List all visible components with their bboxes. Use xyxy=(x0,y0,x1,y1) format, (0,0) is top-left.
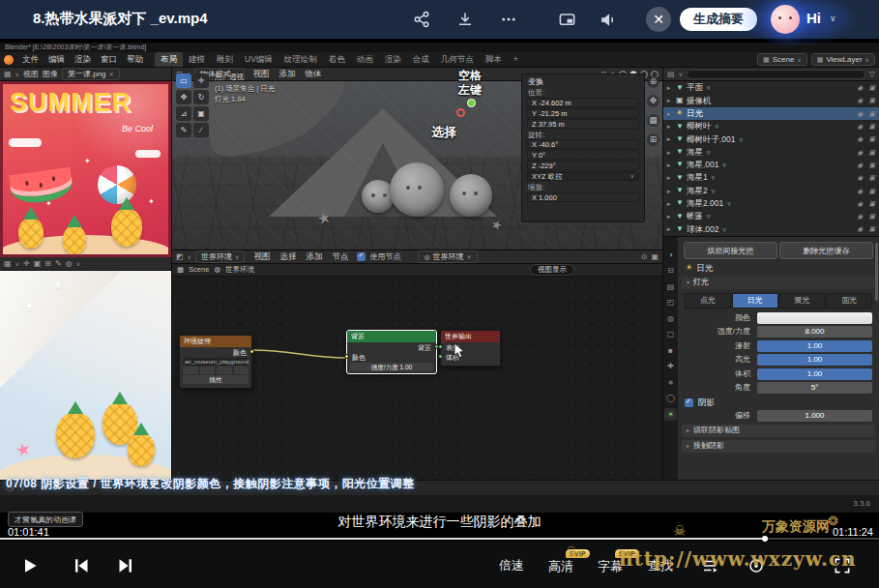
scene-selector[interactable]: ▦Scene∨ xyxy=(757,53,807,66)
outliner-row[interactable]: ▸ 球体.002 ◉▣ xyxy=(663,222,879,235)
workspace-tab[interactable]: 纹理绘制 xyxy=(278,52,323,67)
menu-item[interactable]: 节点 xyxy=(327,250,353,263)
pin-icon[interactable]: ⊙ xyxy=(641,253,648,261)
unlink-icon[interactable]: ✕ xyxy=(466,254,471,260)
properties-tab[interactable]: ◑ xyxy=(664,249,677,261)
editor-type-icon[interactable]: ▦ xyxy=(4,71,12,78)
properties-tab[interactable]: ◍ xyxy=(664,312,677,325)
rotation-mode-dropdown[interactable]: XYZ 欧拉∨ xyxy=(527,171,639,181)
chevron-down-icon[interactable]: ∨ xyxy=(830,14,836,23)
visibility-toggles[interactable]: ◉▣ xyxy=(857,97,875,103)
visibility-toggles[interactable]: ◉▣ xyxy=(857,188,875,194)
menu-item[interactable]: 渲染 xyxy=(70,53,96,66)
angle-field[interactable]: 5° xyxy=(757,382,872,394)
socket-surface-in[interactable] xyxy=(438,344,443,349)
outliner-row[interactable]: ▸ 椰树叶子.001 ◉▣ xyxy=(663,132,879,145)
strength-field[interactable]: 强度/力度 1.00 xyxy=(350,363,433,371)
play-button[interactable] xyxy=(17,553,43,578)
interpolation-dropdown[interactable]: 线性 xyxy=(183,375,249,384)
menu-item[interactable]: 文件 xyxy=(17,53,44,66)
workspace-tab[interactable]: 布局 xyxy=(155,52,183,67)
expand-arrow-icon[interactable]: ▸ xyxy=(667,174,676,181)
workspace-tab[interactable]: 雕刻 xyxy=(211,52,239,67)
environment-texture-node[interactable]: 环境纹理 颜色 air_museum_playground_1k.hdr 线性 xyxy=(179,335,252,389)
rotation-field[interactable]: X -40.6° xyxy=(527,139,639,149)
image-filename[interactable]: air_museum_playground_1k.hdr xyxy=(183,358,249,366)
visibility-toggles[interactable]: ◉▣ xyxy=(857,225,875,232)
contact-shadow-section[interactable]: ▸ 接触阴影 xyxy=(682,440,875,453)
expand-arrow-icon[interactable]: ▸ xyxy=(667,225,676,232)
shadow-checkbox[interactable] xyxy=(685,398,693,407)
tool-button[interactable]: ↻ xyxy=(193,90,209,104)
video-area[interactable]: Blender* [E:\2B\2003课时\第一课\第一课.blend] 文件… xyxy=(0,39,879,542)
menu-item[interactable]: 物体 xyxy=(301,68,327,80)
subtitles-button[interactable]: 字幕 SVIP xyxy=(598,557,623,575)
outliner-search-input[interactable] xyxy=(687,70,865,79)
object-name[interactable]: 日光 xyxy=(687,109,703,118)
speed-button[interactable]: 倍速 xyxy=(499,557,524,574)
object-name[interactable]: 海星2.001 xyxy=(687,199,723,208)
world-output-node[interactable]: 世界输出 表面 体积 xyxy=(440,330,501,367)
workspace-tab[interactable]: 着色 xyxy=(323,52,351,67)
expand-arrow-icon[interactable]: ▸ xyxy=(667,110,676,117)
visibility-toggles[interactable]: ◉▣ xyxy=(857,200,875,207)
visibility-toggles[interactable]: ◉▣ xyxy=(857,135,875,142)
filter-icon[interactable]: ▽ xyxy=(869,71,875,78)
strength-field[interactable]: 8.000 xyxy=(757,326,872,338)
expand-arrow-icon[interactable]: ▸ xyxy=(667,97,676,103)
scrollbar[interactable] xyxy=(875,243,878,301)
expand-arrow-icon[interactable]: ▸ xyxy=(667,188,676,194)
visibility-toggles[interactable]: ◉▣ xyxy=(857,174,875,181)
menu-item[interactable]: 添加 xyxy=(275,68,301,80)
generate-summary-button[interactable]: 生成摘要 xyxy=(680,8,757,31)
object-name[interactable]: 椰树叶子.001 xyxy=(687,135,736,144)
expand-arrow-icon[interactable]: ▸ xyxy=(667,135,676,142)
editor-type-icon[interactable]: ▦ xyxy=(4,260,12,268)
view-display-chip[interactable]: 视图显示 xyxy=(530,264,574,276)
light-section-header[interactable]: ▾ 灯光 xyxy=(682,277,875,289)
progress-bar[interactable] xyxy=(0,538,879,540)
playlist-icon[interactable] xyxy=(698,554,721,577)
expand-arrow-icon[interactable]: ▸ xyxy=(667,84,676,91)
viewlayer-selector[interactable]: ▦ViewLayer∨ xyxy=(811,53,875,66)
workspace-tab[interactable]: UV编辑 xyxy=(239,52,278,67)
node-canvas[interactable]: 环境纹理 颜色 air_museum_playground_1k.hdr 线性 … xyxy=(172,277,662,480)
properties-tab[interactable]: ▢ xyxy=(664,329,677,341)
tool-button[interactable]: ⊿ xyxy=(176,106,191,121)
avatar[interactable] xyxy=(771,5,800,34)
tool-button[interactable]: ▭ xyxy=(176,74,191,88)
expand-arrow-icon[interactable]: ▸ xyxy=(667,162,676,168)
outliner-row[interactable]: ▸ 海星1 ◉▣ xyxy=(663,171,879,184)
expand-arrow-icon[interactable]: ▸ xyxy=(667,200,676,207)
workspace-tab[interactable]: 建模 xyxy=(183,52,211,67)
menu-item[interactable]: 帮助 xyxy=(122,53,148,66)
object-name[interactable]: 球体.002 xyxy=(687,225,719,234)
color-swatch[interactable] xyxy=(757,312,872,324)
workspace-tab[interactable]: 脚本 xyxy=(480,52,508,67)
snap-magnet-icon[interactable]: ▣ xyxy=(651,253,659,261)
search-button[interactable]: 查找 xyxy=(648,557,673,574)
tool-button[interactable]: ✎ xyxy=(176,123,191,137)
image-icon[interactable]: ▣ xyxy=(34,260,42,268)
outliner-row[interactable]: ▸ 海星2 ◉▣ xyxy=(663,184,879,196)
expand-arrow-icon[interactable]: ▸ xyxy=(667,149,676,156)
editor-type-icon[interactable]: ▤ xyxy=(667,71,675,78)
rotation-field[interactable]: Z -229° xyxy=(527,161,639,170)
object-name[interactable]: 海星1 xyxy=(687,173,708,182)
diffuse-slider[interactable]: 1.00 xyxy=(757,340,872,352)
expand-arrow-icon[interactable]: ▸ xyxy=(667,123,676,130)
next-button[interactable] xyxy=(114,554,139,577)
specular-slider[interactable]: 1.00 xyxy=(757,354,872,366)
properties-tab[interactable]: ◰ xyxy=(664,297,677,309)
annotate-icon[interactable]: ✎ xyxy=(55,260,62,268)
outliner-row[interactable]: ▸ 海星.001 ◉▣ xyxy=(663,159,879,171)
menu-item[interactable]: 选择 xyxy=(275,250,301,263)
object-name[interactable]: 海星 xyxy=(687,148,703,157)
tool-button[interactable]: ✛ xyxy=(193,74,209,88)
quality-button[interactable]: 高清 SVIP xyxy=(548,557,573,575)
socket-color-in[interactable] xyxy=(344,354,349,359)
grid-icon[interactable]: ⊞ xyxy=(44,260,51,268)
properties-tab[interactable]: ■ xyxy=(664,344,677,357)
outliner-row[interactable]: ▸ 海星 ◉▣ xyxy=(663,145,879,158)
menu-item[interactable]: 视图 xyxy=(23,71,39,78)
